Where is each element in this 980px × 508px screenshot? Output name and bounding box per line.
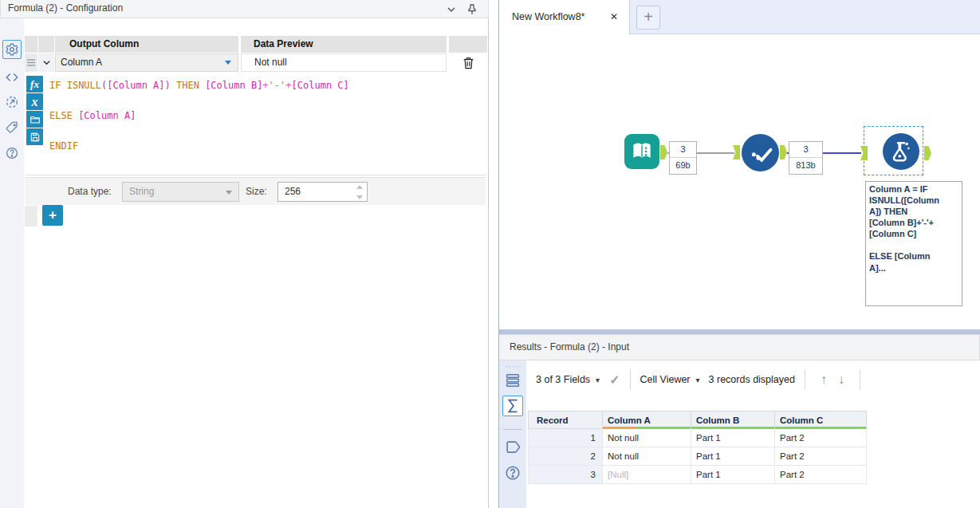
results-table-header-row: RecordColumn AColumn BColumn C xyxy=(529,412,867,429)
workflow-tab[interactable]: New Workflow8* ✕ xyxy=(499,0,630,34)
scroll-down-button[interactable]: ↓ xyxy=(838,372,844,387)
text-input-tool[interactable] xyxy=(624,134,659,169)
grid-handle-header xyxy=(38,36,54,53)
new-workflow-button[interactable]: + xyxy=(636,6,660,30)
data-cell: Part 1 xyxy=(691,447,775,466)
record-count: 3 xyxy=(789,142,822,158)
save-expression-button[interactable] xyxy=(26,128,43,145)
configuration-title: Formula (2) - Configuration xyxy=(8,2,123,14)
table-row: 3[Null]Part 1Part 2 xyxy=(529,466,867,484)
connection-badge-text-input: 3 69b xyxy=(669,141,697,175)
results-label-view-icon[interactable] xyxy=(502,437,523,458)
connection-badge-select: 3 813b xyxy=(789,141,823,175)
add-row-gutter xyxy=(25,206,37,226)
data-type-row: Data type: String Size: 256 xyxy=(25,177,486,205)
collapse-panel-icon[interactable] xyxy=(445,3,458,16)
formula-output-anchor[interactable] xyxy=(924,146,931,160)
configuration-title-bar: Formula (2) - Configuration xyxy=(0,0,489,18)
results-table: RecordColumn AColumn BColumn C 1Not null… xyxy=(528,411,867,484)
select-caret-icon xyxy=(226,191,232,195)
formula-input-anchor[interactable] xyxy=(860,146,868,160)
formula-expression-editor[interactable]: IF ISNULL([Column A]) THEN [Column B]+'-… xyxy=(49,78,480,172)
expression-grid-header: Output Column Data Preview xyxy=(25,36,487,53)
text-input-book-icon xyxy=(628,138,655,165)
table-row: 2Not nullPart 1Part 2 xyxy=(529,447,867,466)
data-size: 69b xyxy=(670,158,696,174)
size-value: 256 xyxy=(285,186,301,197)
results-help-icon[interactable] xyxy=(502,463,523,483)
data-type-select: String xyxy=(122,182,239,202)
select-check-icon xyxy=(745,137,777,169)
cell-viewer-dropdown[interactable]: Cell Viewer xyxy=(640,374,691,385)
expression-row: Column A Not null xyxy=(25,53,487,72)
record-cell: 2 xyxy=(529,447,603,466)
text-input-output-anchor[interactable] xyxy=(660,145,667,159)
formula-line: ELSE [Column A] xyxy=(49,108,480,124)
workflow-tab-bar: New Workflow8* ✕ + xyxy=(499,0,980,34)
formula-tool[interactable] xyxy=(883,133,919,170)
results-toolbar: 3 of 3 Fields ▾ ✓ Cell Viewer ▾ 3 record… xyxy=(527,360,980,399)
results-metadata-view-icon[interactable] xyxy=(502,396,523,416)
select-tool[interactable] xyxy=(742,134,779,171)
data-cell: Part 1 xyxy=(691,466,775,484)
close-tab-icon[interactable]: ✕ xyxy=(610,0,618,34)
sidebar-separator xyxy=(503,429,522,430)
record-count: 3 xyxy=(670,142,696,158)
formula-editor-toolbar: fx x xyxy=(26,76,43,146)
row-collapse-chevron[interactable] xyxy=(38,53,54,72)
toolbar-separator xyxy=(805,369,805,390)
delete-expression-button[interactable] xyxy=(449,53,487,72)
fields-caret-icon[interactable]: ▾ xyxy=(596,376,600,384)
data-cell: Not null xyxy=(603,429,691,447)
configuration-tab-icon[interactable] xyxy=(2,40,22,59)
output-column-dropdown[interactable]: Column A xyxy=(55,53,238,72)
data-cell: Part 2 xyxy=(775,429,867,447)
column-header-column-a[interactable]: Column A xyxy=(603,412,691,429)
cell-viewer-caret-icon[interactable]: ▾ xyxy=(696,376,700,384)
table-row: 1Not nullPart 1Part 2 xyxy=(529,429,867,447)
record-cell: 1 xyxy=(529,429,603,447)
add-expression-button[interactable]: + xyxy=(42,205,63,226)
row-drag-handle[interactable] xyxy=(25,53,37,72)
tag-icon[interactable] xyxy=(2,118,22,137)
workflow-tab-title: New Workflow8* xyxy=(512,11,584,22)
grid-extra-header xyxy=(449,36,487,53)
apply-check-icon[interactable]: ✓ xyxy=(609,372,620,388)
open-expression-button[interactable] xyxy=(26,111,43,128)
formula-line: ENDIF xyxy=(49,139,480,154)
results-title-bar: Results - Formula (2) - Input xyxy=(499,334,980,360)
code-view-icon[interactable] xyxy=(2,68,22,87)
data-preview-value: Not null xyxy=(241,53,447,72)
variables-button[interactable]: x xyxy=(26,93,43,110)
data-cell: [Null] xyxy=(603,466,691,484)
scroll-up-button[interactable]: ↑ xyxy=(821,372,827,387)
column-header-column-b[interactable]: Column B xyxy=(691,412,775,429)
formula-line: IF ISNULL([Column A]) THEN [Column B]+'-… xyxy=(49,78,480,93)
results-drag-dots: ····· xyxy=(506,362,521,370)
fields-dropdown[interactable]: 3 of 3 Fields xyxy=(536,374,590,385)
pin-panel-icon[interactable] xyxy=(466,3,478,16)
results-grid-view-icon[interactable] xyxy=(502,370,523,391)
workflow-canvas[interactable]: 3 69b 3 813b Column A = xyxy=(499,34,980,329)
help-icon[interactable] xyxy=(2,144,22,163)
size-input[interactable]: 256 xyxy=(277,182,368,202)
select-output-anchor[interactable] xyxy=(780,145,787,159)
dropdown-caret-icon xyxy=(225,61,231,65)
column-header-column-c[interactable]: Column C xyxy=(775,412,867,429)
toolbar-separator xyxy=(630,369,631,390)
open-example-icon[interactable] xyxy=(2,93,22,112)
output-column-header: Output Column xyxy=(55,36,238,53)
formula-beaker-icon xyxy=(885,136,917,167)
formula-annotation[interactable]: Column A = IF ISNULL([Column A]) THEN [C… xyxy=(865,181,962,306)
data-type-value: String xyxy=(129,186,154,197)
formula-editor: fx x IF ISNULL([Column A]) THEN [Column … xyxy=(25,72,486,175)
results-sidebar: ····· xyxy=(499,360,526,508)
data-cell: Not null xyxy=(603,447,691,466)
data-cell: Part 1 xyxy=(691,429,775,447)
configuration-panel: Formula (2) - Configuration ⋯ xyxy=(0,0,489,508)
size-spinner[interactable] xyxy=(355,185,364,199)
results-title: Results - Formula (2) - Input xyxy=(510,341,629,352)
functions-button[interactable]: fx xyxy=(26,76,43,93)
column-header-record[interactable]: Record xyxy=(529,412,603,429)
alteryx-designer-window: Formula (2) - Configuration ⋯ xyxy=(0,0,980,508)
